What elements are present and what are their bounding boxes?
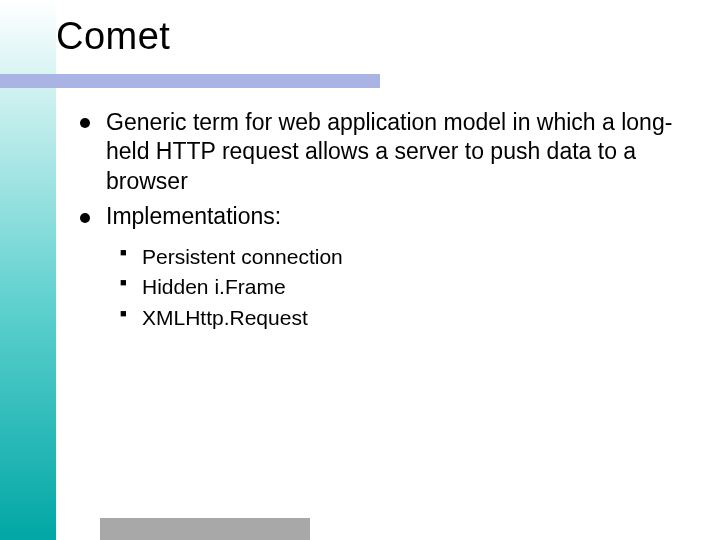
sub-bullet-text: Persistent connection xyxy=(142,245,343,268)
bullet-item: Generic term for web application model i… xyxy=(80,108,690,196)
bullet-list: Generic term for web application model i… xyxy=(80,108,690,333)
sub-bullet-text: Hidden i.Frame xyxy=(142,275,286,298)
slide-content: Generic term for web application model i… xyxy=(80,108,690,339)
slide-title: Comet xyxy=(56,15,170,58)
bullet-text: Implementations: xyxy=(106,203,281,229)
bullet-text: Generic term for web application model i… xyxy=(106,109,672,194)
title-area: Comet xyxy=(56,6,170,66)
sub-bullet-item: Hidden i.Frame xyxy=(120,272,690,302)
sub-bullet-item: Persistent connection xyxy=(120,242,690,272)
sub-bullet-item: XMLHttp.Request xyxy=(120,303,690,333)
sub-bullet-list: Persistent connection Hidden i.Frame XML… xyxy=(120,242,690,333)
bullet-item: Implementations: Persistent connection H… xyxy=(80,202,690,333)
bottom-bar-decoration xyxy=(100,518,310,540)
sub-bullet-text: XMLHttp.Request xyxy=(142,306,308,329)
accent-bar xyxy=(0,74,380,88)
